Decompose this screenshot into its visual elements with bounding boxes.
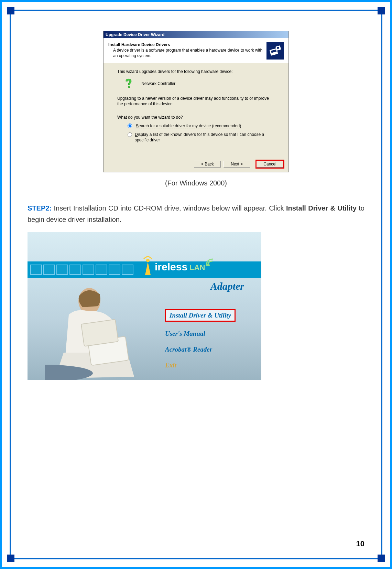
radio-search-label[interactable]: Search for a suitable driver for my devi…	[135, 123, 242, 129]
autorun-screenshot: ireless LAN Adapter Install Driver & Uti…	[28, 232, 261, 380]
wizard-header-desc: A device driver is a software program th…	[108, 48, 263, 58]
wizard-intro-text: This wizard upgrades drivers for the fol…	[117, 69, 275, 74]
svg-point-9	[146, 259, 150, 262]
svg-point-3	[277, 47, 279, 49]
svg-rect-7	[81, 320, 118, 346]
install-driver-link[interactable]: Install Driver & Utility	[165, 309, 236, 322]
page-number: 10	[356, 539, 364, 548]
device-name: Network Controller	[141, 81, 175, 86]
hardware-icon	[266, 42, 284, 60]
wizard-dialog: Upgrade Device Driver Wizard Install Har…	[103, 31, 289, 172]
back-button[interactable]: < Back	[194, 161, 221, 168]
antenna-icon	[141, 256, 155, 276]
exit-link[interactable]: Exit	[165, 362, 236, 369]
wireless-lan-logo: ireless LAN	[141, 256, 215, 276]
svg-point-4	[128, 86, 130, 88]
wizard-header-title: Install Hardware Device Drivers	[108, 42, 263, 47]
wizard-body: This wizard upgrades drivers for the fol…	[104, 63, 288, 156]
wizard-header: Install Hardware Device Drivers A device…	[104, 38, 288, 63]
adapter-subtitle: Adapter	[210, 280, 244, 292]
person-image	[28, 273, 162, 380]
step2-label: STEP2:	[28, 204, 54, 212]
svg-point-10	[208, 264, 210, 266]
cancel-highlight: Cancel	[255, 160, 284, 169]
radio-display-list[interactable]	[128, 132, 132, 137]
autorun-menu: Install Driver & Utility User's Manual A…	[165, 309, 236, 369]
step2-paragraph: STEP2: Insert Installation CD into CD-RO…	[28, 203, 364, 225]
users-manual-link[interactable]: User's Manual	[165, 330, 236, 337]
radio-display-label[interactable]: Display a list of the known drivers for …	[135, 132, 275, 143]
wizard-note: Upgrading to a newer version of a device…	[117, 96, 275, 107]
acrobat-reader-link[interactable]: Acrobat® Reader	[165, 346, 236, 353]
cancel-button[interactable]: Cancel	[257, 161, 283, 168]
next-button[interactable]: Next >	[224, 161, 250, 168]
radio-search-driver[interactable]	[128, 124, 132, 128]
wizard-question: What do you want the wizard to do?	[117, 115, 275, 120]
signal-icon	[206, 258, 215, 267]
wizard-footer: < Back Next > Cancel	[104, 156, 288, 172]
caption-windows-2000: (For Windows 2000)	[28, 179, 364, 187]
question-mark-icon	[123, 78, 135, 89]
decorative-squares	[30, 265, 133, 275]
wizard-titlebar: Upgrade Device Driver Wizard	[104, 31, 288, 38]
